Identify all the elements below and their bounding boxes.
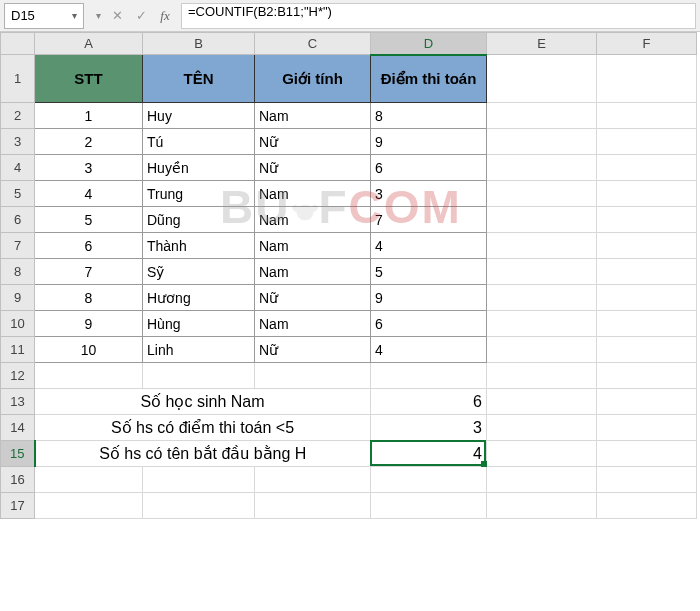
- cell-C16[interactable]: [255, 467, 371, 493]
- row-header-1[interactable]: 1: [1, 55, 35, 103]
- cell-gt[interactable]: Nữ: [255, 337, 371, 363]
- cell-ten[interactable]: Sỹ: [143, 259, 255, 285]
- col-header-E[interactable]: E: [487, 33, 597, 55]
- cell-A12[interactable]: [35, 363, 143, 389]
- cell-empty[interactable]: [597, 155, 697, 181]
- cell-empty[interactable]: [487, 103, 597, 129]
- table-header-stt[interactable]: STT: [35, 55, 143, 103]
- cell-ten[interactable]: Trung: [143, 181, 255, 207]
- cell-ten[interactable]: Hương: [143, 285, 255, 311]
- cell-empty[interactable]: [597, 129, 697, 155]
- cell-gt[interactable]: Nữ: [255, 129, 371, 155]
- summary-value-2[interactable]: 3: [371, 415, 487, 441]
- cell-gt[interactable]: Nam: [255, 233, 371, 259]
- cell-empty[interactable]: [487, 155, 597, 181]
- cell-empty[interactable]: [597, 103, 697, 129]
- cell-empty[interactable]: [487, 233, 597, 259]
- name-box-dropdown-icon[interactable]: ▾: [72, 10, 77, 21]
- enter-icon[interactable]: ✓: [133, 8, 149, 23]
- row-header-6[interactable]: 6: [1, 207, 35, 233]
- cell-empty[interactable]: [487, 285, 597, 311]
- summary-label-1[interactable]: Số học sinh Nam: [35, 389, 371, 415]
- name-box[interactable]: D15 ▾: [4, 3, 84, 29]
- table-header-gioitinh[interactable]: Giới tính: [255, 55, 371, 103]
- cell-diem[interactable]: 7: [371, 207, 487, 233]
- cell-F14[interactable]: [597, 415, 697, 441]
- cell-F13[interactable]: [597, 389, 697, 415]
- cell-diem[interactable]: 8: [371, 103, 487, 129]
- cell-stt[interactable]: 8: [35, 285, 143, 311]
- cell-empty[interactable]: [487, 207, 597, 233]
- cell-ten[interactable]: Dũng: [143, 207, 255, 233]
- cell-gt[interactable]: Nam: [255, 103, 371, 129]
- cell-F17[interactable]: [597, 493, 697, 519]
- cell-gt[interactable]: Nữ: [255, 285, 371, 311]
- cell-B16[interactable]: [143, 467, 255, 493]
- cell-diem[interactable]: 3: [371, 181, 487, 207]
- cell-ten[interactable]: Huy: [143, 103, 255, 129]
- table-header-ten[interactable]: TÊN: [143, 55, 255, 103]
- cell-diem[interactable]: 5: [371, 259, 487, 285]
- cell-stt[interactable]: 5: [35, 207, 143, 233]
- table-header-diem[interactable]: Điểm thi toán: [371, 55, 487, 103]
- cell-diem[interactable]: 4: [371, 233, 487, 259]
- row-header-8[interactable]: 8: [1, 259, 35, 285]
- cell-D16[interactable]: [371, 467, 487, 493]
- cell-diem[interactable]: 9: [371, 285, 487, 311]
- row-header-4[interactable]: 4: [1, 155, 35, 181]
- col-header-F[interactable]: F: [597, 33, 697, 55]
- fx-icon[interactable]: fx: [157, 8, 173, 24]
- row-header-17[interactable]: 17: [1, 493, 35, 519]
- cell-D12[interactable]: [371, 363, 487, 389]
- cell-F15[interactable]: [597, 441, 697, 467]
- cell-stt[interactable]: 10: [35, 337, 143, 363]
- cell-stt[interactable]: 7: [35, 259, 143, 285]
- row-header-12[interactable]: 12: [1, 363, 35, 389]
- cell-empty[interactable]: [597, 311, 697, 337]
- cell-gt[interactable]: Nữ: [255, 155, 371, 181]
- cell-gt[interactable]: Nam: [255, 311, 371, 337]
- row-header-7[interactable]: 7: [1, 233, 35, 259]
- cell-E17[interactable]: [487, 493, 597, 519]
- col-header-B[interactable]: B: [143, 33, 255, 55]
- cell-E15[interactable]: [487, 441, 597, 467]
- cell-empty[interactable]: [487, 181, 597, 207]
- cell-stt[interactable]: 4: [35, 181, 143, 207]
- col-header-D[interactable]: D: [371, 33, 487, 55]
- cell-empty[interactable]: [487, 337, 597, 363]
- cell-empty[interactable]: [597, 259, 697, 285]
- row-header-15[interactable]: 15: [1, 441, 35, 467]
- cell-E13[interactable]: [487, 389, 597, 415]
- cell-gt[interactable]: Nam: [255, 207, 371, 233]
- select-all-corner[interactable]: [1, 33, 35, 55]
- col-header-A[interactable]: A: [35, 33, 143, 55]
- cell-B17[interactable]: [143, 493, 255, 519]
- cell-E1[interactable]: [487, 55, 597, 103]
- row-header-10[interactable]: 10: [1, 311, 35, 337]
- col-header-C[interactable]: C: [255, 33, 371, 55]
- formula-dropdown-icon[interactable]: ▾: [96, 10, 101, 21]
- summary-value-1[interactable]: 6: [371, 389, 487, 415]
- cell-F1[interactable]: [597, 55, 697, 103]
- cell-stt[interactable]: 6: [35, 233, 143, 259]
- cell-ten[interactable]: Hùng: [143, 311, 255, 337]
- row-header-9[interactable]: 9: [1, 285, 35, 311]
- row-header-13[interactable]: 13: [1, 389, 35, 415]
- row-header-11[interactable]: 11: [1, 337, 35, 363]
- cell-empty[interactable]: [597, 285, 697, 311]
- cell-empty[interactable]: [487, 259, 597, 285]
- cell-F16[interactable]: [597, 467, 697, 493]
- cell-stt[interactable]: 1: [35, 103, 143, 129]
- cell-diem[interactable]: 6: [371, 311, 487, 337]
- cell-empty[interactable]: [597, 181, 697, 207]
- cell-empty[interactable]: [487, 129, 597, 155]
- row-header-2[interactable]: 2: [1, 103, 35, 129]
- cell-empty[interactable]: [597, 337, 697, 363]
- cell-D17[interactable]: [371, 493, 487, 519]
- cell-E12[interactable]: [487, 363, 597, 389]
- cell-E14[interactable]: [487, 415, 597, 441]
- cell-stt[interactable]: 9: [35, 311, 143, 337]
- cell-diem[interactable]: 9: [371, 129, 487, 155]
- cancel-icon[interactable]: ✕: [109, 8, 125, 23]
- cell-B12[interactable]: [143, 363, 255, 389]
